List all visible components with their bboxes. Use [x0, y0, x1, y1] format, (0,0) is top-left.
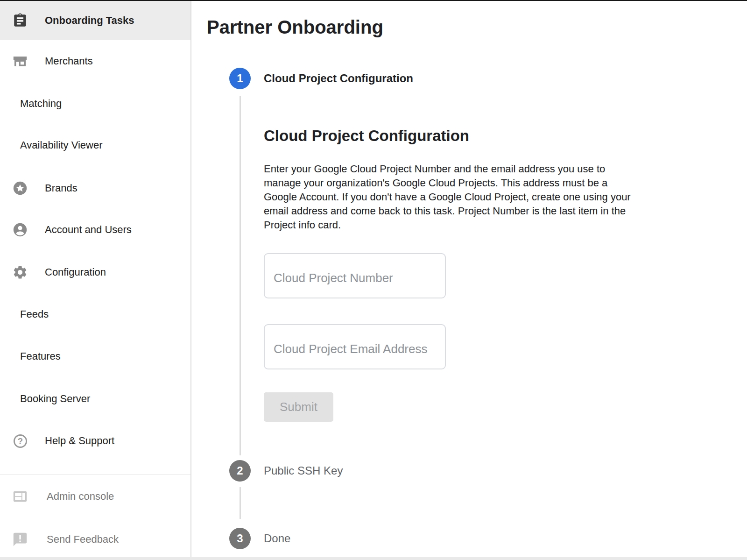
step-number: 1: [237, 72, 243, 85]
sidebar-item-onboarding-tasks[interactable]: Onboarding Tasks: [0, 1, 190, 40]
cloud-project-email-input[interactable]: [264, 324, 446, 369]
sidebar-item-label: Feeds: [20, 308, 49, 320]
sidebar-item-label: Availability Viewer: [20, 139, 103, 151]
description-line: email address and come back to this task…: [264, 204, 707, 218]
window-top-border: [0, 0, 747, 1]
page-title: Partner Onboarding: [207, 17, 383, 38]
sidebar-item-features[interactable]: Features: [0, 335, 190, 377]
sidebar-item-label: Account and Users: [45, 224, 132, 236]
svg-text:?: ?: [17, 436, 22, 446]
sidebar-item-brands[interactable]: Brands: [0, 167, 190, 209]
sidebar-item-matching[interactable]: Matching: [0, 83, 190, 125]
sidebar-item-booking-server[interactable]: Booking Server: [0, 378, 190, 420]
description-line: Project info card.: [264, 218, 707, 232]
step-1-circle[interactable]: 1: [229, 68, 251, 89]
submit-button[interactable]: Submit: [264, 392, 333, 422]
sidebar-item-feeds[interactable]: Feeds: [0, 293, 190, 335]
sidebar-item-label: Configuration: [45, 266, 106, 278]
step-content-heading: Cloud Project Configuration: [264, 127, 469, 145]
sidebar-item-configuration[interactable]: Configuration: [0, 251, 190, 293]
cloud-project-number-input[interactable]: [264, 253, 446, 298]
sidebar-item-label: Brands: [45, 182, 78, 194]
step-2-circle[interactable]: 2: [229, 460, 251, 482]
feedback-icon: [12, 532, 28, 547]
bottom-edge-strip: [0, 557, 747, 560]
step-connector-line: [240, 487, 241, 519]
step-1-label[interactable]: Cloud Project Configuration: [264, 72, 413, 85]
sidebar-item-send-feedback[interactable]: Send Feedback: [0, 518, 190, 560]
sidebar-item-account-and-users[interactable]: Account and Users: [0, 209, 190, 251]
help-icon: ?: [12, 433, 28, 449]
web-icon: [12, 489, 28, 504]
sidebar-item-label: Features: [20, 350, 61, 362]
step-content-description: Enter your Google Cloud Project Number a…: [264, 162, 707, 232]
step-number: 2: [237, 464, 243, 477]
clipboard-icon: [12, 13, 28, 28]
sidebar-item-label: Merchants: [45, 55, 93, 67]
sidebar-item-label: Help & Support: [45, 435, 114, 447]
sidebar-item-label: Admin console: [47, 490, 114, 503]
partner-onboarding-page: Onboarding Tasks Merchants Matching Avai…: [0, 0, 747, 560]
sidebar-divider: [0, 475, 190, 475]
step-2-label[interactable]: Public SSH Key: [264, 464, 343, 477]
sidebar-item-availability-viewer[interactable]: Availability Viewer: [0, 124, 190, 166]
description-line: Enter your Google Cloud Project Number a…: [264, 162, 707, 176]
storefront-icon: [12, 53, 28, 69]
sidebar: Onboarding Tasks Merchants Matching Avai…: [0, 0, 191, 560]
step-connector-line: [240, 96, 241, 455]
sidebar-item-merchants[interactable]: Merchants: [0, 40, 190, 82]
sidebar-item-label: Onboarding Tasks: [45, 14, 134, 27]
main-content: Partner Onboarding 1 Cloud Project Confi…: [191, 0, 747, 560]
sidebar-item-label: Send Feedback: [47, 533, 119, 546]
description-line: manage your organization's Google Cloud …: [264, 176, 707, 190]
person-circle-icon: [12, 222, 28, 238]
step-3-label[interactable]: Done: [264, 532, 290, 545]
sidebar-item-label: Booking Server: [20, 393, 90, 405]
step-number: 3: [237, 532, 243, 545]
step-3-circle[interactable]: 3: [229, 528, 251, 549]
sidebar-item-admin-console[interactable]: Admin console: [0, 475, 190, 517]
star-circle-icon: [12, 180, 28, 196]
sidebar-item-label: Matching: [20, 98, 62, 110]
gear-icon: [12, 264, 28, 280]
sidebar-item-help-support[interactable]: ? Help & Support: [0, 420, 190, 462]
description-line: Google Account. If you don't have a Goog…: [264, 190, 707, 204]
